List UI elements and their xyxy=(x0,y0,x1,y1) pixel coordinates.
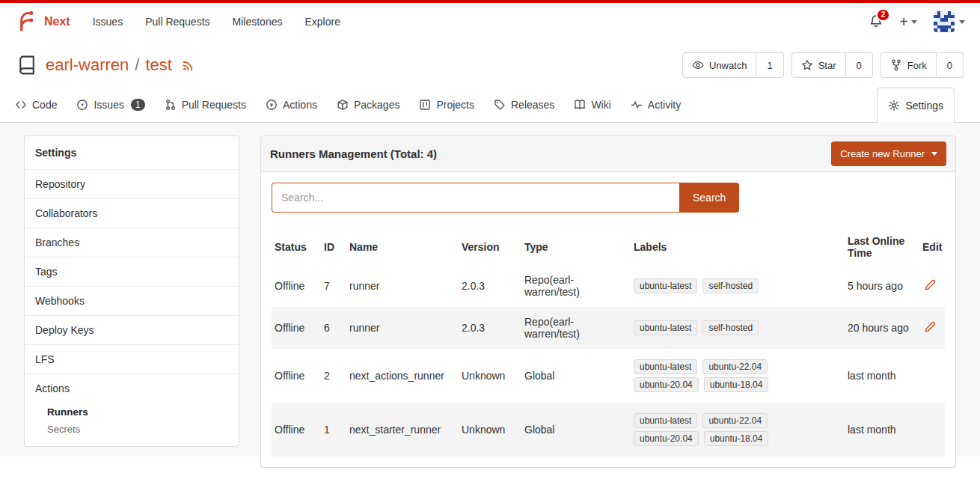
watchers-count[interactable]: 1 xyxy=(756,52,783,78)
runners-table: Status ID Name Version Type Labels Last … xyxy=(272,229,945,457)
book-icon xyxy=(574,99,586,111)
edit-runner-button[interactable] xyxy=(922,278,937,295)
sidebar-item-collaborators[interactable]: Collaborators xyxy=(25,198,239,228)
chevron-down-icon xyxy=(931,152,937,156)
runner-labels: ubuntu-latestubuntu-22.04ubuntu-20.04ubu… xyxy=(631,403,845,457)
runner-id: 7 xyxy=(321,265,346,307)
sidebar-item-actions[interactable]: Actions xyxy=(25,373,239,403)
gear-icon xyxy=(888,100,900,112)
runner-name: next_actions_runner xyxy=(346,349,459,403)
runner-type: Repo(earl-warren/test) xyxy=(521,265,631,307)
runner-name: runner xyxy=(346,265,459,307)
code-icon xyxy=(15,99,27,111)
settings-sidebar: Settings Repository Collaborators Branch… xyxy=(24,135,239,447)
tab-releases[interactable]: Releases xyxy=(494,87,554,122)
runner-last-online: 5 hours ago xyxy=(845,265,919,307)
runners-panel: Runners Management (Total: 4) Create new… xyxy=(260,135,956,468)
runner-label-chip: ubuntu-18.04 xyxy=(704,377,769,392)
star-label: Star xyxy=(818,60,836,71)
runner-name: next_starter_runner xyxy=(346,403,459,457)
col-header-name: Name xyxy=(346,229,459,265)
tab-pull-requests[interactable]: Pull Requests xyxy=(165,87,246,122)
pencil-icon xyxy=(924,321,936,335)
star-button[interactable]: Star xyxy=(791,52,846,78)
tab-packages[interactable]: Packages xyxy=(337,87,399,122)
repo-icon xyxy=(16,55,37,76)
notifications-button[interactable]: 2 xyxy=(869,14,883,30)
home-link[interactable]: Next xyxy=(15,10,70,34)
unwatch-button[interactable]: Unwatch xyxy=(682,52,757,78)
star-button-group: Star 0 xyxy=(791,52,873,78)
search-input[interactable] xyxy=(272,183,679,213)
eye-icon xyxy=(692,59,704,71)
tab-activity[interactable]: Activity xyxy=(631,87,681,122)
col-header-last-online: Last Online Time xyxy=(845,229,919,265)
unwatch-label: Unwatch xyxy=(709,60,747,71)
col-header-status: Status xyxy=(272,229,321,265)
sidebar-item-branches[interactable]: Branches xyxy=(25,228,239,257)
edit-runner-button[interactable] xyxy=(922,320,937,337)
search-bar: Search xyxy=(272,183,741,213)
create-new-menu[interactable]: + xyxy=(899,13,917,31)
repo-header: earl-warren / test Unwatch 1 xyxy=(0,40,980,87)
forgejo-logo-icon xyxy=(15,10,37,34)
fork-button-group: Fork 0 xyxy=(881,52,964,78)
runner-label-chip: ubuntu-latest xyxy=(634,278,697,293)
tab-settings[interactable]: Settings xyxy=(877,88,955,123)
nav-item-explore[interactable]: Explore xyxy=(304,16,340,28)
forks-count[interactable]: 0 xyxy=(937,52,964,78)
sidebar-item-webhooks[interactable]: Webhooks xyxy=(25,286,239,315)
runner-labels: ubuntu-latestself-hosted xyxy=(631,265,845,307)
tab-code[interactable]: Code xyxy=(15,87,57,122)
col-header-type: Type xyxy=(521,229,631,265)
tab-wiki[interactable]: Wiki xyxy=(574,87,610,122)
fork-button[interactable]: Fork xyxy=(881,52,937,78)
runner-label-chip: ubuntu-20.04 xyxy=(634,377,699,392)
runner-label-chip: ubuntu-18.04 xyxy=(704,431,769,446)
col-header-version: Version xyxy=(459,229,521,265)
repo-name-link[interactable]: test xyxy=(145,55,171,75)
nav-item-issues[interactable]: Issues xyxy=(93,16,123,28)
tab-label: Actions xyxy=(283,99,317,111)
tab-label: Wiki xyxy=(591,99,610,111)
tab-label: Settings xyxy=(905,100,943,112)
tab-actions[interactable]: Actions xyxy=(266,87,317,122)
runner-type: Global xyxy=(521,349,631,403)
tab-label: Code xyxy=(32,99,57,111)
navbar-right: 2 + xyxy=(869,11,965,32)
search-button[interactable]: Search xyxy=(679,183,739,213)
sidebar-item-tags[interactable]: Tags xyxy=(25,257,239,286)
tab-label: Issues xyxy=(94,99,123,111)
tab-projects[interactable]: Projects xyxy=(419,87,474,122)
nav-item-milestones[interactable]: Milestones xyxy=(233,16,283,28)
runner-label-chip: ubuntu-latest xyxy=(634,413,697,428)
table-row: Offline 7 runner 2.0.3 Repo(earl-warren/… xyxy=(272,265,945,307)
rss-feed-icon[interactable] xyxy=(182,58,195,72)
table-row: Offline 1 next_starter_runner Unknown Gl… xyxy=(272,403,945,457)
runner-label-chip: ubuntu-20.04 xyxy=(634,431,699,446)
sidebar-item-secrets[interactable]: Secrets xyxy=(47,420,228,437)
issue-icon xyxy=(76,99,88,111)
stars-count[interactable]: 0 xyxy=(846,52,873,78)
runner-status: Offline xyxy=(272,265,321,307)
sidebar-item-deploy-keys[interactable]: Deploy Keys xyxy=(25,315,239,344)
create-runner-button[interactable]: Create new Runner xyxy=(831,141,946,166)
nav-item-pull-requests[interactable]: Pull Requests xyxy=(145,16,209,28)
tab-issues[interactable]: Issues 1 xyxy=(76,87,144,122)
issues-count-badge: 1 xyxy=(131,99,145,111)
chevron-down-icon xyxy=(959,20,965,24)
col-header-id: ID xyxy=(321,229,346,265)
sidebar-item-runners[interactable]: Runners xyxy=(47,403,228,420)
pulse-icon xyxy=(631,99,643,111)
runner-status: Offline xyxy=(272,403,321,457)
user-menu[interactable] xyxy=(934,11,965,32)
sidebar-item-repository[interactable]: Repository xyxy=(25,169,239,198)
runners-table-body: Offline 7 runner 2.0.3 Repo(earl-warren/… xyxy=(272,265,945,457)
repo-owner-link[interactable]: earl-warren xyxy=(46,55,129,75)
tab-label: Releases xyxy=(511,99,554,111)
panel-body: Search Status ID Name Version Type Label… xyxy=(260,172,956,468)
runner-last-online: 20 hours ago xyxy=(845,307,919,349)
play-circle-icon xyxy=(266,99,278,111)
runner-labels: ubuntu-latestself-hosted xyxy=(631,307,845,349)
sidebar-item-lfs[interactable]: LFS xyxy=(25,344,239,373)
